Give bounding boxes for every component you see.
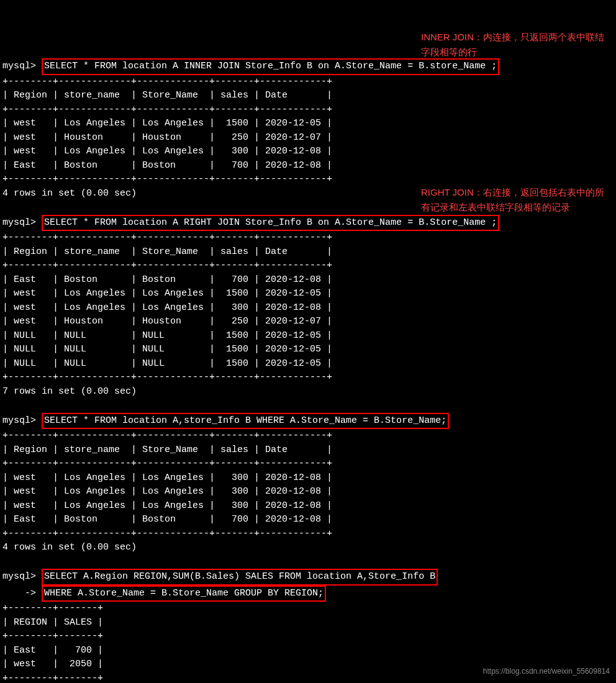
table1-sep: +--------+-------------+-------------+--… [2,104,332,115]
mysql-prompt: mysql> [2,415,36,426]
table4-sep: +--------+-------+ [2,603,103,613]
table1-footer: 4 rows in set (0.00 sec) [2,188,137,199]
table2-header: | Region | store_name | Store_Name | sal… [2,247,332,257]
table2-sep: +--------+-------------+-------------+--… [2,260,332,271]
table4-header: | REGION | SALES | [2,617,103,628]
table2-row: | NULL | NULL | NULL | 1500 | 2020-12-05… [2,358,332,369]
table4-row: | East | 700 | [2,645,103,656]
sql-query-2: SELECT * FROM location A RIGHT JOIN Stor… [42,215,499,232]
table3-sep: +--------+-------------+-------------+--… [2,528,332,539]
table3-sep: +--------+-------------+-------------+--… [2,458,332,469]
table1-row: | west | Houston | Houston | 250 | 2020-… [2,132,332,143]
table2-sep: +--------+-------------+-------------+--… [2,232,332,243]
table2-row: | west | Los Angeles | Los Angeles | 300… [2,302,332,313]
table2-footer: 7 rows in set (0.00 sec) [2,386,137,397]
table2-row: | East | Boston | Boston | 700 | 2020-12… [2,274,332,285]
table1-header: | Region | store_name | Store_Name | sal… [2,90,332,101]
mysql-cont-prompt: -> [2,588,36,599]
table1-row: | west | Los Angeles | Los Angeles | 150… [2,118,332,129]
table1-row: | East | Boston | Boston | 700 | 2020-12… [2,160,332,171]
mysql-prompt: mysql> [2,61,36,71]
table2-sep: +--------+-------------+-------------+--… [2,372,332,382]
table2-row: | west | Houston | Houston | 250 | 2020-… [2,316,332,327]
table3-row: | west | Los Angeles | Los Angeles | 300… [2,473,332,483]
table4-sep: +--------+-------+ [2,673,103,684]
table2-row: | west | Los Angeles | Los Angeles | 150… [2,288,332,299]
table3-row: | East | Boston | Boston | 700 | 2020-12… [2,514,332,525]
table2-row: | NULL | NULL | NULL | 1500 | 2020-12-05… [2,330,332,341]
sql-query-4-line2: WHERE A.Store_Name = B.Store_Name GROUP … [42,586,326,602]
table3-footer: 4 rows in set (0.00 sec) [2,542,137,553]
table3-row: | west | Los Angeles | Los Angeles | 300… [2,486,332,497]
table3-sep: +--------+-------------+-------------+--… [2,430,332,441]
table2-row: | NULL | NULL | NULL | 1500 | 2020-12-05… [2,344,332,355]
table3-row: | west | Los Angeles | Los Angeles | 300… [2,500,332,511]
table4-sep: +--------+-------+ [2,631,103,641]
annotation-right-join: RIGHT JOIN：右连接，返回包括右表中的所有记录和左表中联结字段相等的记录 [421,185,607,215]
watermark: https://blog.csdn.net/weixin_55609814 [483,666,610,677]
annotation-inner-join: INNER JOIN：内连接，只返回两个表中联结字段相等的行 [421,30,607,60]
sql-query-1: SELECT * FROM location A INNER JOIN Stor… [42,58,499,75]
terminal-output: mysql> SELECT * FROM location A INNER JO… [2,58,614,683]
table1-row: | west | Los Angeles | Los Angeles | 300… [2,146,332,156]
table1-sep: +--------+-------------+-------------+--… [2,174,332,184]
sql-query-4-line1: SELECT A.Region REGION,SUM(B.Sales) SALE… [42,569,438,586]
table4-row: | west | 2050 | [2,659,103,669]
table1-sep: +--------+-------------+-------------+--… [2,76,332,87]
sql-query-3: SELECT * FROM location A,store_Info B WH… [42,413,449,430]
mysql-prompt: mysql> [2,571,36,582]
mysql-prompt: mysql> [2,217,36,228]
table3-header: | Region | store_name | Store_Name | sal… [2,445,332,455]
